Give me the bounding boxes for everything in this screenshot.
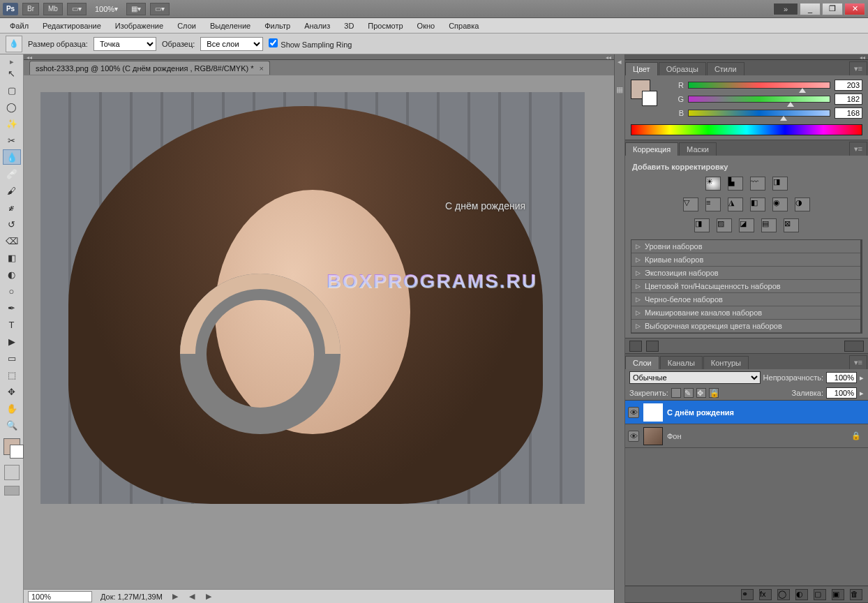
opacity-arrow[interactable]: ▸ [860,373,864,382]
blur-tool[interactable]: ◐ [3,267,21,282]
tab-color[interactable]: Цвет [625,62,658,75]
preset-levels[interactable]: ▷Уровни наборов [631,240,860,253]
visibility-toggle[interactable]: 👁 [628,431,639,442]
selective-icon[interactable]: ⊠ [784,218,799,232]
layer-background[interactable]: 👁 Фон 🔒 [625,424,868,448]
right-collapse[interactable]: ◂◂ [625,54,868,60]
menu-layer[interactable]: Слои [172,20,202,31]
divider-collapse-icon[interactable]: ◂ [615,57,624,66]
canvas[interactable]: С днём рождения BOXPROGRAMS.RU [24,75,614,589]
fill-value[interactable] [826,387,857,399]
background-color[interactable] [642,91,657,106]
r-slider[interactable] [688,82,830,89]
layer-name[interactable]: С днём рождения [667,408,734,417]
preset-channelmix[interactable]: ▷Микширование каналов наборов [631,306,860,320]
zoom-level[interactable]: 100% ▾ [91,3,122,15]
menu-file[interactable]: Файл [4,20,34,31]
heal-tool[interactable]: 🩹 [3,166,21,181]
link-layers-icon[interactable]: ⚭ [741,589,754,600]
zoom-tool[interactable]: 🔍 [3,417,21,433]
document-tab[interactable]: sshot-2333.png @ 100% (С днём рождения ,… [29,61,270,75]
preset-curves[interactable]: ▷Кривые наборов [631,253,860,267]
history-brush-tool[interactable]: ↺ [3,216,21,232]
status-scroll-left[interactable]: ◀ [188,592,196,601]
brightness-icon[interactable]: ☀ [705,177,721,191]
invert-icon[interactable]: ◨ [694,218,710,232]
photofilter-icon[interactable]: ◉ [772,198,788,211]
panel-divider[interactable]: ◂ ▦ [614,54,625,603]
pen-tool[interactable]: ✒ [3,300,21,315]
adjust-foot-icon1[interactable] [629,341,642,352]
quickmask-toggle[interactable] [4,465,20,480]
divider-icon[interactable]: ▦ [615,85,624,94]
menu-select[interactable]: Выделение [204,20,256,31]
wand-tool[interactable]: ✨ [3,116,21,131]
menu-edit[interactable]: Редактирование [37,20,107,31]
vibrance-icon[interactable]: ▽ [683,198,698,211]
document-tab-close[interactable]: × [260,64,264,73]
r-value[interactable] [835,80,862,91]
stamp-tool[interactable]: ⸙ [3,200,21,215]
minimize-button[interactable]: _ [800,3,821,15]
menu-3d[interactable]: 3D [338,20,359,31]
lock-transparent-icon[interactable] [671,388,681,398]
layer-text[interactable]: 👁 T С днём рождения [625,401,868,424]
mask-icon[interactable]: ◯ [777,589,790,600]
adjust-panel-menu[interactable]: ▾≡ [849,142,867,156]
status-zoom[interactable]: 100% [28,591,92,602]
group-icon[interactable]: ▢ [814,589,826,600]
color-swatch[interactable] [3,438,20,455]
eyedropper-icon[interactable]: 💧 [6,36,22,52]
type-tool[interactable]: T [3,317,21,332]
lock-all-icon[interactable]: 🔒 [709,388,719,398]
close-button[interactable]: ✕ [844,3,865,15]
brush-tool[interactable]: 🖌 [3,183,21,198]
layer-name[interactable]: Фон [667,432,682,440]
camera-tool[interactable]: ✥ [3,384,21,399]
exposure-icon[interactable]: ◨ [772,177,788,191]
screenmode-button[interactable]: ▭▾ [67,3,87,15]
move-tool[interactable]: ↖ [3,66,21,81]
3d-tool[interactable]: ⬚ [3,367,21,382]
layer-thumb-bg[interactable] [643,427,663,445]
show-ring-checkbox[interactable] [269,38,278,47]
b-slider[interactable] [688,110,830,117]
tab-styles[interactable]: Стили [707,62,744,75]
arrange-button[interactable]: ▦▾ [126,3,146,15]
menu-help[interactable]: Справка [443,20,484,31]
gradmap-icon[interactable]: ▤ [761,218,777,232]
menu-filter[interactable]: Фильтр [259,20,296,31]
menu-analysis[interactable]: Анализ [299,20,336,31]
crop-tool[interactable]: ✂ [3,133,21,148]
tab-paths[interactable]: Контуры [703,356,749,369]
tools-collapse[interactable]: ▸ [3,57,21,64]
blend-mode-select[interactable]: Обычные [629,371,761,384]
new-layer-icon[interactable]: ▣ [832,589,844,600]
canvas-collapse[interactable]: ◂◂ [27,54,32,59]
visibility-toggle[interactable]: 👁 [628,407,639,418]
posterize-icon[interactable]: ▨ [717,218,732,232]
eraser-tool[interactable]: ⌫ [3,233,21,248]
status-scroll-right[interactable]: ▶ [204,592,213,601]
tab-adjustments[interactable]: Коррекция [625,142,678,156]
preset-hue[interactable]: ▷Цветовой тон/Насыщенность наборов [631,280,860,293]
tab-layers[interactable]: Слои [625,356,659,369]
layer-thumb-text[interactable]: T [643,403,663,422]
b-value[interactable] [835,107,862,119]
layers-panel-menu[interactable]: ▾≡ [849,355,867,369]
colorbalance-icon[interactable]: ◮ [728,198,743,211]
preset-bw[interactable]: ▷Черно-белое наборов [631,293,860,306]
lock-move-icon[interactable]: ✥ [696,388,706,398]
hue-icon[interactable]: ≡ [705,198,721,211]
g-slider[interactable] [688,96,830,103]
lock-paint-icon[interactable]: ✎ [684,388,694,398]
show-ring-check[interactable]: Show Sampling Ring [269,38,352,49]
sample-size-select[interactable]: Точка [93,37,156,51]
hand-tool[interactable]: ✋ [3,401,21,416]
path-tool[interactable]: ▶ [3,334,21,349]
status-arrow[interactable]: ▶ [171,592,179,601]
curves-icon[interactable]: 〰 [750,177,765,191]
minibridge-button[interactable]: Mb [43,3,63,15]
adjust-foot-icon2[interactable] [646,341,659,352]
shape-tool[interactable]: ▭ [3,350,21,366]
